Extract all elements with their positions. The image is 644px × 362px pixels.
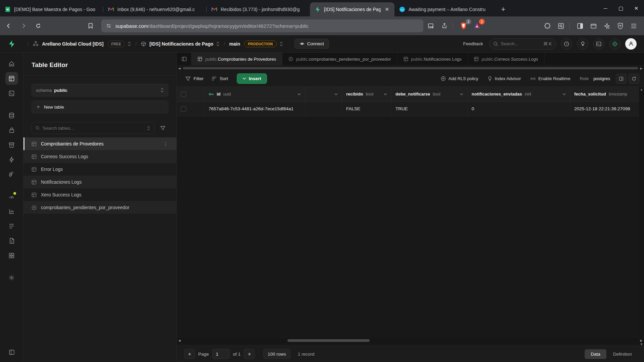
- column-menu-icon[interactable]: [298, 93, 301, 95]
- refresh-button[interactable]: [629, 74, 639, 84]
- role-selector[interactable]: Role postgres: [576, 74, 614, 83]
- horizontal-scrollbar-thumb[interactable]: [287, 339, 370, 342]
- column-menu-icon[interactable]: [460, 93, 463, 95]
- table-list-item[interactable]: Comprobantes de Provedores ⋮: [23, 137, 176, 150]
- auth-icon[interactable]: [5, 124, 18, 136]
- column-header-notificaciones-enviadas[interactable]: notificaciones_enviadas int4: [468, 87, 570, 101]
- browser-tab-gmail-recibidos[interactable]: Recibidos (3.773) - jonhsmithd930@g: [207, 2, 310, 16]
- edge-functions-icon[interactable]: [5, 153, 18, 166]
- brave-rewards-icon[interactable]: 2: [471, 20, 483, 32]
- index-advisor-button[interactable]: Index Advisor: [484, 74, 525, 84]
- tab-scrollbar[interactable]: ◀ ▶: [177, 66, 644, 71]
- cell-unnamed[interactable]: [305, 102, 342, 116]
- site-settings-icon[interactable]: [106, 23, 111, 28]
- assistant-button[interactable]: [609, 38, 621, 50]
- command-console-button[interactable]: [593, 38, 604, 50]
- editor-tab[interactable]: public.comprobantes_pendientes_por_prove…: [282, 53, 397, 65]
- connect-button[interactable]: Connect: [294, 39, 329, 49]
- sort-tables-button[interactable]: [157, 122, 168, 134]
- new-table-button[interactable]: + New table: [32, 101, 168, 113]
- table-menu-icon[interactable]: ⋮: [163, 141, 168, 146]
- sidebar-toggle-icon[interactable]: [574, 20, 586, 32]
- project-switcher-icon[interactable]: [216, 42, 220, 46]
- table-list-item[interactable]: Error Logs: [23, 163, 176, 176]
- row-checkbox[interactable]: [181, 106, 186, 112]
- grid-data-row[interactable]: 7657a846-7c53-4481-a26d-7ece15df84a1 FAL…: [177, 102, 639, 116]
- browser-tab-gmail-inbox[interactable]: Inbox (9,646) - nehuenv620@gmail.c: [103, 2, 207, 16]
- page-number-input[interactable]: [212, 349, 230, 359]
- table-list-item[interactable]: Notificaciones Logs: [23, 176, 176, 188]
- column-menu-icon[interactable]: [384, 93, 387, 95]
- sql-editor-icon[interactable]: [5, 87, 18, 100]
- database-icon[interactable]: [5, 109, 18, 122]
- rows-per-page-select[interactable]: 100 rows: [263, 349, 290, 359]
- window-maximize-button[interactable]: ▢: [613, 0, 629, 16]
- window-minimize-button[interactable]: ─: [598, 0, 613, 16]
- definition-view-button[interactable]: Definition: [608, 349, 637, 359]
- logs-icon[interactable]: [5, 220, 18, 232]
- filter-button[interactable]: Filter: [181, 74, 208, 83]
- user-avatar[interactable]: [625, 38, 637, 50]
- cell-id[interactable]: 7657a846-7c53-4481-a26d-7ece15df84a1: [205, 102, 305, 116]
- feedback-link[interactable]: Feedback: [463, 41, 483, 46]
- schema-select[interactable]: schema public: [32, 84, 168, 97]
- wallet-icon[interactable]: [588, 20, 599, 32]
- breadcrumb-branch[interactable]: main: [229, 41, 240, 47]
- add-rls-policy-button[interactable]: Add RLS policy: [437, 74, 482, 83]
- supabase-logo[interactable]: [8, 40, 16, 48]
- bookmark-icon[interactable]: [85, 20, 97, 32]
- column-menu-icon[interactable]: [562, 93, 566, 95]
- cell-debe-notificarse[interactable]: TRUE: [391, 102, 468, 116]
- search-tables-field[interactable]: [32, 122, 154, 134]
- new-tab-button[interactable]: +: [498, 5, 511, 16]
- table-editor-icon[interactable]: [5, 72, 18, 85]
- browser-tab-sheets[interactable]: [DEMO] Base Maestra de Pagos - Goo: [0, 2, 103, 16]
- notifications-button[interactable]: [577, 38, 588, 50]
- scroll-right-icon[interactable]: ▶: [639, 339, 644, 342]
- column-header-id[interactable]: id uuid: [205, 87, 305, 101]
- branch-switcher-icon[interactable]: [279, 42, 283, 46]
- brave-shield-icon[interactable]: 2: [458, 20, 469, 32]
- cell-fecha-solicitud[interactable]: 2025-12-18 22:21:39.27098: [570, 102, 639, 116]
- prev-page-button[interactable]: [184, 349, 195, 359]
- insert-button[interactable]: Insert: [237, 73, 267, 84]
- tab-close-icon[interactable]: ✕: [384, 6, 390, 12]
- table-list-item[interactable]: Xero Success Logs: [23, 188, 176, 201]
- advisors-icon[interactable]: [5, 190, 18, 203]
- api-docs-icon[interactable]: [5, 234, 18, 247]
- leo-ai-icon[interactable]: [601, 20, 612, 32]
- data-view-button[interactable]: Data: [585, 349, 606, 359]
- help-button[interactable]: ?: [561, 38, 572, 50]
- sort-button[interactable]: Sort: [208, 74, 232, 83]
- forward-icon[interactable]: [17, 20, 30, 32]
- share-icon[interactable]: [439, 20, 450, 32]
- home-icon[interactable]: [5, 57, 18, 70]
- scroll-up-icon[interactable]: ▲: [639, 87, 644, 91]
- search-tabs-icon[interactable]: [555, 20, 567, 32]
- column-header-debe-notificarse[interactable]: debe_notificarse bool: [391, 87, 468, 101]
- browser-tab-supabase-active[interactable]: [IDS] Notificaciones de Pago | Ar ✕: [310, 2, 394, 16]
- vertical-scrollbar[interactable]: ▲ ▼: [639, 87, 644, 347]
- reports-icon[interactable]: [5, 205, 18, 218]
- view-options-button[interactable]: [616, 74, 627, 84]
- extensions-icon[interactable]: [542, 20, 553, 32]
- breadcrumb-project[interactable]: [IDS] Notificaciones de Pago: [150, 41, 214, 47]
- column-header-recibido[interactable]: recibido bool: [342, 87, 391, 101]
- address-bar[interactable]: supabase.com/dashboard/project/gwplsqzhs…: [101, 19, 423, 32]
- enable-realtime-button[interactable]: Enable Realtime: [527, 74, 574, 83]
- cell-recibido[interactable]: FALSE: [342, 102, 391, 116]
- scroll-left-icon[interactable]: ◀: [177, 339, 182, 342]
- breadcrumb-org[interactable]: Arellano Global Cloud [IDS]: [42, 41, 104, 47]
- select-all-checkbox[interactable]: [181, 92, 186, 97]
- search-tables-input[interactable]: [43, 126, 141, 131]
- org-switcher-icon[interactable]: [127, 42, 131, 46]
- editor-tab-preview[interactable]: public.Correos Success Logs: [468, 53, 544, 65]
- window-close-button[interactable]: ✕: [629, 0, 644, 16]
- column-header-unnamed[interactable]: [305, 87, 342, 101]
- browser-tab-xero[interactable]: xero Awaiting payment – Arellano Constru: [394, 2, 498, 16]
- editor-tab[interactable]: public.Notificaciones Logs: [397, 53, 468, 65]
- global-search[interactable]: Search... ⌘ K: [489, 38, 556, 50]
- next-page-button[interactable]: [244, 349, 255, 359]
- vpn-icon[interactable]: [614, 20, 626, 32]
- collapse-sidebar-icon[interactable]: [177, 53, 192, 65]
